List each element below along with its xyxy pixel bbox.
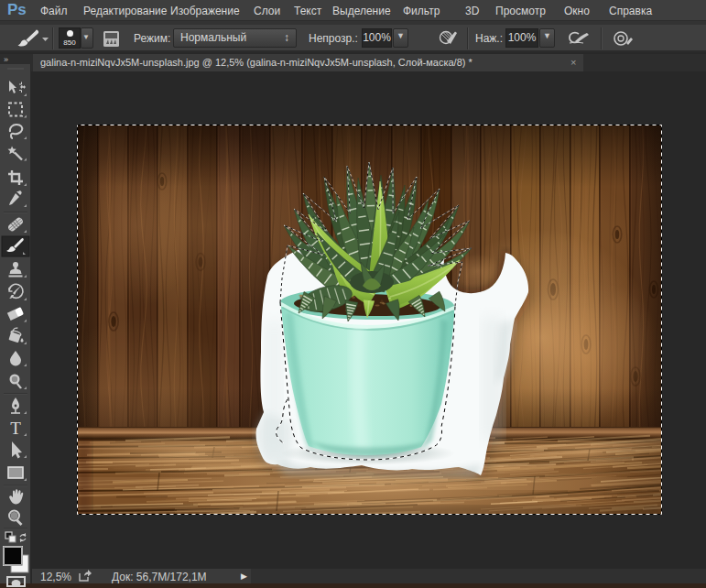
- svg-text:T: T: [10, 419, 21, 438]
- svg-text:»: »: [4, 55, 8, 64]
